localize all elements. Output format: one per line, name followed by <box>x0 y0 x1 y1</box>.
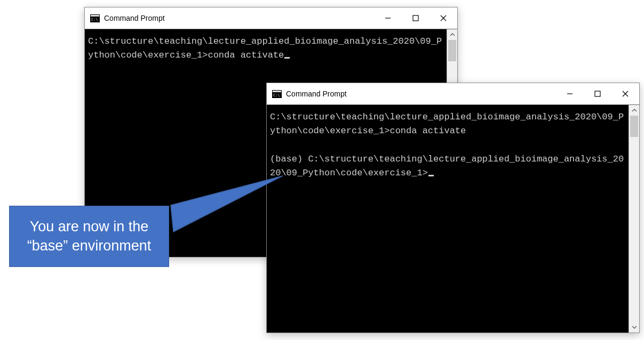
callout-text: You are now in the “base” environment <box>27 218 152 254</box>
scroll-up-arrow[interactable] <box>629 105 639 116</box>
cursor <box>428 175 434 176</box>
cmd-icon: C:\ <box>90 14 100 22</box>
scroll-up-arrow[interactable] <box>447 29 457 40</box>
terminal-line: C:\structure\teaching\lecture_applied_bi… <box>88 36 442 60</box>
window-title: Command Prompt <box>286 90 347 98</box>
cursor <box>284 57 290 59</box>
scroll-thumb[interactable] <box>630 116 638 137</box>
close-button[interactable] <box>611 83 639 104</box>
terminal-output[interactable]: C:\structure\teaching\lecture_applied_bi… <box>267 105 629 333</box>
svg-rect-11 <box>595 91 600 96</box>
svg-rect-1 <box>91 15 99 17</box>
svg-rect-4 <box>413 15 418 21</box>
terminal-line: C:\structure\teaching\lecture_applied_bi… <box>270 112 624 136</box>
scroll-track[interactable] <box>629 116 639 322</box>
command-prompt-window-2: C:\ Command Prompt C:\structure\teaching… <box>266 83 640 333</box>
svg-text:C:\: C:\ <box>91 18 98 22</box>
svg-text:C:\: C:\ <box>273 93 280 98</box>
annotation-callout: You are now in the “base” environment <box>9 206 169 267</box>
svg-rect-8 <box>273 91 281 92</box>
maximize-button[interactable] <box>584 83 611 104</box>
minimize-button[interactable] <box>374 7 402 29</box>
window-title: Command Prompt <box>104 14 165 22</box>
vertical-scrollbar[interactable] <box>629 105 639 333</box>
terminal-line: (base) C:\structure\teaching\lecture_app… <box>270 154 624 178</box>
close-button[interactable] <box>430 7 457 29</box>
scroll-down-arrow[interactable] <box>629 322 639 333</box>
maximize-button[interactable] <box>402 7 430 29</box>
titlebar[interactable]: C:\ Command Prompt <box>85 7 457 29</box>
cmd-icon: C:\ <box>272 90 282 98</box>
scroll-thumb[interactable] <box>448 40 456 61</box>
svg-marker-14 <box>171 176 283 232</box>
minimize-button[interactable] <box>556 83 584 104</box>
titlebar[interactable]: C:\ Command Prompt <box>267 83 639 104</box>
